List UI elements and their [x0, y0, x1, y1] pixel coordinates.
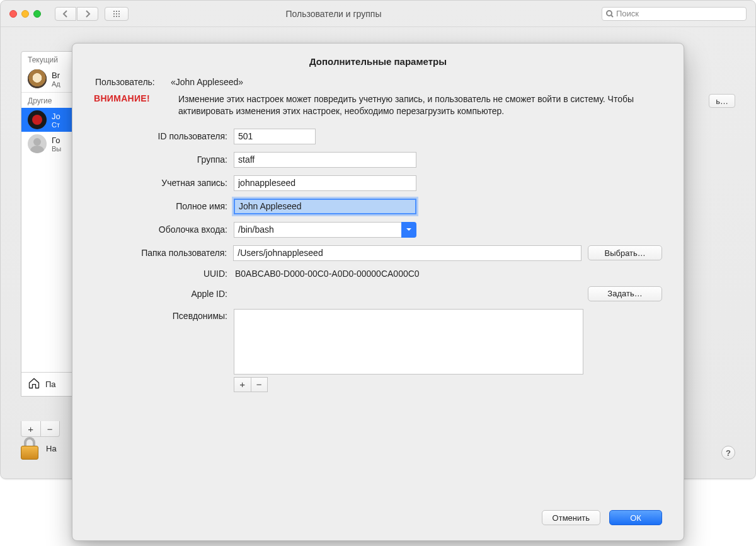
- search-input[interactable]: Поиск: [602, 7, 747, 21]
- search-placeholder: Поиск: [616, 9, 639, 18]
- set-apple-id-button[interactable]: Задать…: [588, 286, 662, 301]
- house-icon: [28, 377, 40, 392]
- aliases-list[interactable]: [234, 309, 583, 375]
- label-home-dir: Папка пользователя:: [95, 248, 227, 258]
- sheet-footer: Отменить ОК: [542, 510, 662, 525]
- user-role: Ст: [52, 121, 60, 129]
- label-full-name: Полное имя:: [95, 201, 227, 211]
- account-field[interactable]: [234, 175, 416, 191]
- home-dir-field[interactable]: [233, 245, 581, 261]
- user-role: Ад: [52, 80, 60, 88]
- lock-label: На: [46, 444, 57, 453]
- user-name: Br: [52, 71, 60, 80]
- titlebar: Пользователи и группы Поиск: [1, 1, 755, 27]
- close-icon[interactable]: [9, 10, 17, 18]
- change-password-button-truncated[interactable]: ь…: [709, 94, 735, 108]
- form-rows: ID пользователя: Группа: Учетная запись:…: [95, 129, 662, 392]
- user-label: Пользователь:: [95, 77, 168, 87]
- user-role: Вы: [52, 145, 61, 153]
- label-user-id: ID пользователя:: [95, 131, 227, 141]
- lock-icon: [21, 437, 40, 460]
- uuid-value: B0ABCAB0-D000-00C0-A0D0-00000CA000C0: [234, 269, 420, 279]
- help-button[interactable]: ?: [721, 446, 735, 460]
- ok-button[interactable]: ОК: [609, 510, 662, 525]
- zoom-icon[interactable]: [33, 10, 41, 18]
- warning-badge: ВНИМАНИЕ!: [94, 93, 171, 117]
- svg-point-0: [607, 11, 612, 16]
- search-icon: [606, 10, 614, 18]
- avatar: [28, 69, 47, 88]
- login-options-label: Па: [45, 380, 56, 389]
- label-aliases: Псевдонимы:: [95, 309, 227, 321]
- login-shell-combo[interactable]: [234, 222, 416, 238]
- window-controls: [9, 10, 41, 18]
- add-alias-button[interactable]: +: [234, 378, 251, 392]
- user-add-remove: + −: [21, 421, 60, 437]
- warning-text: Изменение этих настроек может повредить …: [178, 93, 662, 117]
- warning-row: ВНИМАНИЕ! Изменение этих настроек может …: [94, 93, 662, 117]
- remove-user-button[interactable]: −: [41, 421, 60, 436]
- avatar: [28, 134, 47, 153]
- lock-row[interactable]: На: [21, 437, 57, 460]
- aliases-add-remove: + −: [234, 377, 268, 392]
- advanced-options-sheet: Дополнительные параметры Пользователь: «…: [72, 43, 684, 541]
- label-group: Группа:: [95, 154, 227, 165]
- label-login-shell: Оболочка входа:: [95, 224, 227, 235]
- login-shell-field[interactable]: [234, 222, 401, 238]
- window-title: Пользователи и группы: [66, 9, 602, 19]
- label-apple-id: Apple ID:: [95, 289, 227, 299]
- choose-button[interactable]: Выбрать…: [588, 245, 662, 260]
- full-name-field[interactable]: [234, 199, 416, 214]
- sheet-title: Дополнительные параметры: [94, 56, 662, 67]
- user-value: «John Appleseed»: [171, 77, 243, 87]
- chevron-down-icon[interactable]: [401, 222, 416, 238]
- user-name: Го: [52, 136, 61, 145]
- label-uuid: UUID:: [95, 269, 227, 279]
- user-line: Пользователь: «John Appleseed»: [95, 77, 662, 87]
- user-name: Jo: [52, 112, 60, 121]
- user-id-field[interactable]: [234, 129, 316, 144]
- cancel-button[interactable]: Отменить: [542, 510, 600, 525]
- remove-alias-button[interactable]: −: [251, 378, 268, 392]
- add-user-button[interactable]: +: [21, 421, 41, 436]
- label-account: Учетная запись:: [95, 178, 227, 188]
- avatar: [28, 110, 47, 129]
- minimize-icon[interactable]: [21, 10, 29, 18]
- group-field[interactable]: [234, 152, 416, 168]
